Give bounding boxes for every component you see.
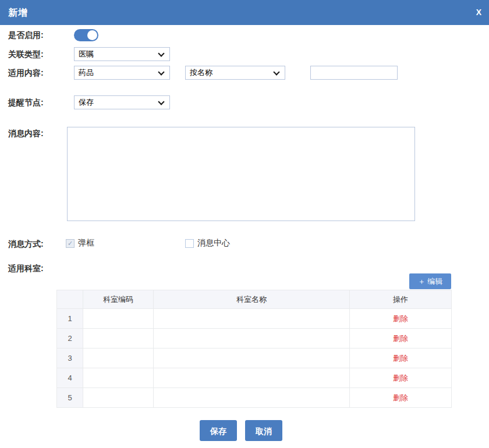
table-row: 1 删除 — [57, 309, 452, 329]
departments-label: 适用科室: — [8, 264, 44, 274]
dept-name-cell — [154, 329, 350, 349]
dept-code-cell — [83, 388, 154, 408]
delete-link[interactable]: 删除 — [393, 334, 408, 343]
departments-table: 科室编码 科室名称 操作 1 删除 2 删除 3 删除 — [56, 290, 452, 408]
close-icon[interactable]: X — [476, 8, 481, 17]
content-keyword-input[interactable] — [310, 66, 398, 80]
enable-toggle[interactable] — [74, 29, 98, 41]
dialog-titlebar: 新增 X — [0, 0, 489, 25]
relation-type-value: 医嘱 — [79, 49, 94, 58]
row-index: 3 — [57, 349, 83, 368]
mode-option-popup-label: 弹框 — [78, 238, 94, 248]
remind-node-select[interactable]: 保存 — [74, 95, 170, 109]
dept-name-cell — [154, 388, 350, 408]
dept-code-cell — [83, 368, 154, 388]
toggle-knob-icon — [87, 30, 97, 40]
table-row: 3 删除 — [57, 349, 452, 368]
edit-departments-button[interactable]: ＋ 编辑 — [409, 273, 451, 289]
message-mode-label: 消息方式: — [8, 239, 44, 250]
row-index: 2 — [57, 329, 83, 349]
chevron-down-icon — [273, 69, 279, 75]
message-content-label: 消息内容: — [8, 129, 44, 139]
table-row: 5 删除 — [57, 388, 452, 408]
remind-node-label: 提醒节点: — [8, 98, 44, 108]
dialog-title: 新增 — [8, 7, 28, 19]
content-match-value: 按名称 — [190, 68, 212, 77]
save-button[interactable]: 保存 — [200, 420, 237, 441]
remind-node-value: 保存 — [79, 98, 94, 106]
row-index: 5 — [57, 388, 83, 408]
delete-link[interactable]: 删除 — [393, 374, 408, 382]
dept-name-cell — [154, 349, 350, 368]
mode-option-popup: ✓ 弹框 — [66, 238, 94, 248]
header-dept-code: 科室编码 — [83, 290, 154, 309]
delete-link[interactable]: 删除 — [393, 314, 408, 323]
mode-option-message-center-label: 消息中心 — [197, 238, 230, 248]
header-dept-name: 科室名称 — [154, 290, 350, 309]
chevron-down-icon — [158, 98, 164, 105]
dept-code-cell — [83, 329, 154, 349]
content-type-select[interactable]: 药品 — [74, 66, 170, 80]
enable-label: 是否启用: — [8, 30, 44, 41]
dept-name-cell — [154, 309, 350, 329]
relation-type-select[interactable]: 医嘱 — [74, 47, 170, 61]
table-row: 2 删除 — [57, 329, 452, 349]
message-content-textarea[interactable] — [67, 127, 415, 221]
header-index — [57, 290, 83, 309]
chevron-down-icon — [158, 50, 164, 56]
dept-code-cell — [83, 309, 154, 329]
relation-type-label: 关联类型: — [8, 49, 44, 60]
mode-option-message-center: 消息中心 — [185, 238, 230, 248]
dept-code-cell — [83, 349, 154, 368]
row-index: 4 — [57, 368, 83, 388]
checkbox-unchecked-icon[interactable] — [185, 239, 194, 248]
content-type-value: 药品 — [79, 68, 94, 77]
chevron-down-icon — [158, 69, 164, 75]
delete-link[interactable]: 删除 — [393, 354, 408, 362]
content-match-select[interactable]: 按名称 — [185, 66, 285, 80]
table-row: 4 删除 — [57, 368, 452, 388]
dept-name-cell — [154, 368, 350, 388]
table-header-row: 科室编码 科室名称 操作 — [57, 290, 452, 309]
row-index: 1 — [57, 309, 83, 329]
checkbox-checked-icon[interactable]: ✓ — [66, 239, 75, 248]
delete-link[interactable]: 删除 — [393, 393, 408, 402]
cancel-button[interactable]: 取消 — [245, 420, 282, 441]
header-action: 操作 — [350, 290, 452, 309]
content-label: 适用内容: — [8, 68, 44, 79]
